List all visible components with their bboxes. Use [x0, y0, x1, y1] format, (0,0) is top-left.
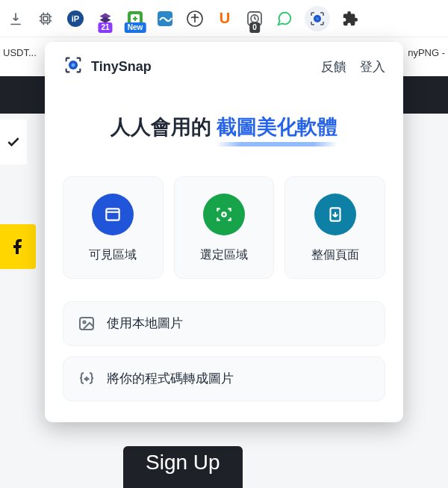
page-down-icon: [314, 194, 356, 235]
capture-select-label: 選定區域: [200, 247, 248, 263]
puzzle-icon[interactable]: [340, 9, 360, 28]
wave-ext-icon[interactable]: [155, 9, 175, 28]
u-letter-icon[interactable]: U: [215, 9, 234, 28]
headline-plain: 人人會用的: [111, 116, 217, 138]
code-to-image-label: 將你的程式碼轉成圖片: [107, 370, 234, 387]
green-ext-icon[interactable]: New: [125, 9, 145, 28]
badge-zero: 0: [249, 22, 260, 33]
feedback-link[interactable]: 反饋: [321, 58, 346, 75]
signup-button-bg[interactable]: Sign Up: [123, 446, 243, 488]
svg-rect-1: [43, 16, 48, 21]
tinysnap-ext-icon[interactable]: [305, 6, 330, 31]
capture-actions: 可見區域 選定區域 整個頁面: [63, 176, 385, 279]
brand-name: TinySnap: [91, 59, 152, 75]
svg-point-15: [222, 212, 225, 216]
capture-select-card[interactable]: 選定區域: [174, 176, 275, 279]
bookmark-right[interactable]: nyPNG -: [408, 47, 445, 58]
svg-rect-14: [107, 209, 119, 220]
bookmark-left[interactable]: USDT...: [3, 47, 37, 58]
brand: TinySnap: [63, 55, 152, 78]
capture-full-label: 整個頁面: [311, 247, 359, 263]
palm-icon[interactable]: [185, 9, 205, 28]
chat-icon[interactable]: [275, 9, 294, 28]
purple-ext-icon[interactable]: 21: [96, 9, 115, 28]
window-icon: [92, 194, 134, 235]
capture-visible-label: 可見區域: [89, 247, 137, 263]
popup-header: TinySnap 反饋 登入: [63, 42, 385, 91]
bg-check-strip: [0, 120, 27, 164]
svg-point-18: [83, 321, 85, 323]
use-local-image-label: 使用本地圖片: [107, 315, 183, 332]
badge-new: New: [125, 22, 146, 33]
tinysnap-popup: TinySnap 反饋 登入 人人會用的 截圖美化軟體 可見區域 選定區域 整個…: [45, 42, 403, 422]
capture-full-card[interactable]: 整個頁面: [284, 176, 385, 279]
browser-toolbar: iP 21 New U 0: [0, 0, 448, 37]
brand-logo-icon: [63, 55, 84, 78]
cpu-icon[interactable]: [36, 9, 55, 28]
download-icon[interactable]: [6, 9, 25, 28]
svg-rect-0: [42, 14, 50, 22]
image-icon: [77, 314, 96, 333]
svg-point-11: [316, 17, 319, 20]
code-to-image-item[interactable]: 將你的程式碼轉成圖片: [63, 356, 385, 401]
capture-visible-card[interactable]: 可見區域: [63, 176, 164, 279]
badge-count: 21: [98, 22, 112, 33]
header-links: 反饋 登入: [321, 58, 385, 75]
svg-text:iP: iP: [72, 14, 79, 23]
svg-point-13: [71, 63, 75, 67]
clock-ext-icon[interactable]: 0: [245, 9, 264, 28]
ip-icon[interactable]: iP: [66, 9, 85, 28]
facebook-button[interactable]: [0, 224, 36, 269]
headline-accent: 截圖美化軟體: [217, 114, 337, 142]
code-braces-icon: [77, 369, 96, 389]
use-local-image-item[interactable]: 使用本地圖片: [63, 301, 385, 346]
headline: 人人會用的 截圖美化軟體: [63, 114, 385, 142]
focus-icon: [203, 194, 245, 235]
login-link[interactable]: 登入: [360, 58, 385, 75]
